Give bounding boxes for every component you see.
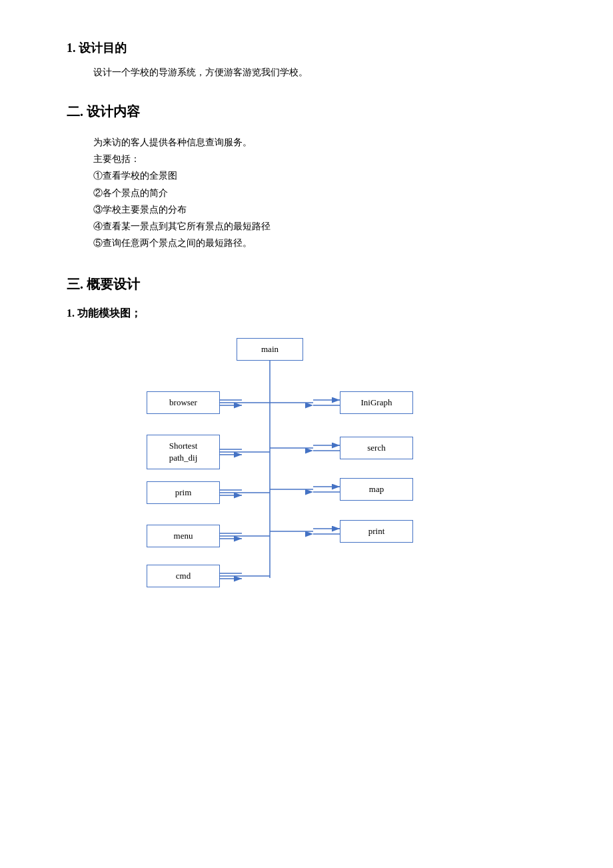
section1-title: 1. 设计目的 [67,40,546,56]
box-print: print [340,520,413,543]
function-diagram: main browser Shortest path_dij prim menu… [107,331,493,611]
box-cmd: cmd [147,565,220,587]
box-browser: browser [147,391,220,414]
box-shortest-path: Shortest path_dij [147,435,220,469]
list-item-4: ④查看某一景点到其它所有景点的最短路径 [93,218,546,235]
section2-subintro: 主要包括： [93,151,546,167]
box-main: main [237,338,303,361]
box-menu: menu [147,525,220,547]
box-map: map [340,478,413,501]
box-serch: serch [340,437,413,459]
section2-title: 二. 设计内容 [67,103,546,121]
section3-title: 三. 概要设计 [67,275,546,293]
box-inigraph: IniGraph [340,391,413,414]
list-item-2: ②各个景点的简介 [93,185,546,201]
section1-content: 设计一个学校的导游系统，方便游客游览我们学校。 [93,67,546,79]
section2: 二. 设计内容 为来访的客人提供各种信息查询服务。 主要包括： ①查看学校的全景… [67,103,546,251]
list-item-1: ①查看学校的全景图 [93,167,546,184]
list-item-5: ⑤查询任意两个景点之间的最短路径。 [93,235,546,251]
list-item-3: ③学校主要景点的分布 [93,201,546,218]
section1: 1. 设计目的 设计一个学校的导游系统，方便游客游览我们学校。 [67,40,546,79]
subsection1-title: 1. 功能模块图； [67,307,546,321]
section2-intro: 为来访的客人提供各种信息查询服务。 [93,134,546,151]
section3: 三. 概要设计 1. 功能模块图； [67,275,546,611]
box-prim: prim [147,481,220,504]
